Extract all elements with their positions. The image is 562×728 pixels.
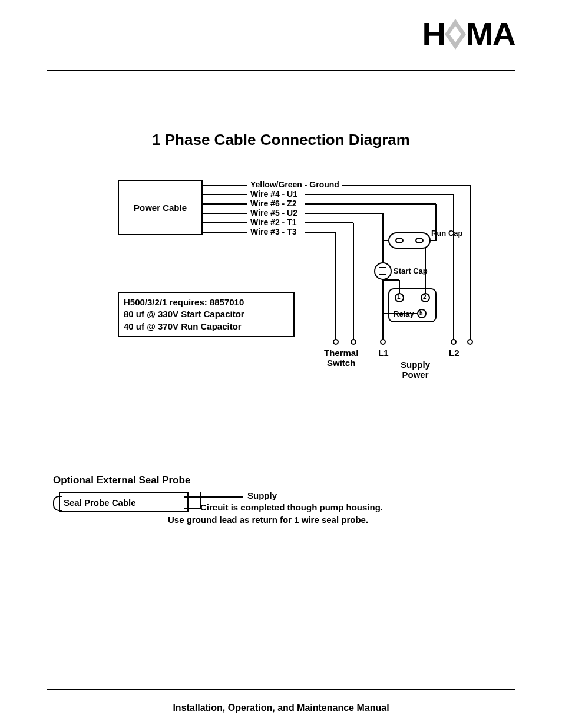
seal-probe-section: Optional External Seal Probe Seal Probe …	[53, 475, 513, 531]
footer-divider	[47, 689, 515, 690]
logo-letter-h: H	[422, 18, 444, 51]
svg-point-39	[381, 340, 385, 344]
probe-note-2: Use ground lead as return for 1 wire sea…	[168, 514, 368, 526]
power-cable-label: Power Cable	[134, 203, 187, 213]
seal-probe-heading: Optional External Seal Probe	[53, 475, 513, 486]
spec-line-1: H500/3/2/1 requires: 8857010	[124, 297, 289, 308]
wiring-diagram: Power Cable Yellow/Green - Ground Wire #…	[118, 177, 477, 371]
relay-pin-1: 1	[397, 294, 401, 300]
brand-logo: H M A	[422, 18, 515, 51]
seal-probe-cable-label: Seal Probe Cable	[64, 498, 136, 508]
seal-probe-cable-box: Seal Probe Cable	[59, 492, 189, 512]
relay-pin-2: 2	[423, 294, 427, 300]
wire-label-z2: Wire #6 - Z2	[250, 199, 296, 208]
svg-point-26	[375, 263, 391, 279]
wire-label-ground: Yellow/Green - Ground	[250, 180, 339, 189]
logo-letter-m: M	[466, 18, 492, 51]
svg-point-41	[468, 340, 472, 344]
start-cap-label: Start Cap	[394, 266, 428, 275]
header-divider	[47, 70, 515, 71]
wire-label-u1: Wire #4 - U1	[250, 189, 297, 199]
run-cap-label: Run Cap	[431, 229, 462, 238]
supply-power-label: Supply Power	[401, 360, 430, 380]
wire-label-t1: Wire #2 - T1	[250, 218, 296, 227]
logo-letter-a: A	[492, 18, 515, 51]
page-title: 1 Phase Cable Connection Diagram	[0, 131, 562, 149]
probe-text-block: Supply Circuit is completed though pump …	[200, 490, 383, 526]
wire-label-t3: Wire #3 - T3	[250, 227, 296, 236]
svg-point-38	[351, 340, 356, 344]
svg-rect-20	[389, 233, 430, 248]
l2-label: L2	[449, 348, 459, 358]
probe-supply-label: Supply	[247, 490, 277, 500]
footer-text: Installation, Operation, and Maintenance…	[0, 703, 562, 713]
spec-line-3: 40 uf @ 370V Run Capacitor	[124, 321, 289, 332]
wire-label-u2: Wire #5 - U2	[250, 208, 297, 218]
thermal-switch-label: Thermal Switch	[324, 348, 358, 368]
power-cable-box: Power Cable	[118, 180, 203, 235]
relay-pin-5: 5	[419, 310, 423, 317]
capacitor-spec-box: H500/3/2/1 requires: 8857010 80 uf @ 330…	[118, 292, 295, 337]
probe-note-1: Circuit is completed though pump housing…	[200, 502, 383, 512]
spec-line-2: 80 uf @ 330V Start Capacitor	[124, 308, 289, 320]
relay-label: Relay	[394, 309, 414, 318]
svg-point-37	[333, 340, 338, 344]
logo-diamond-icon	[442, 18, 468, 51]
l1-label: L1	[378, 348, 389, 358]
svg-point-40	[451, 340, 456, 344]
